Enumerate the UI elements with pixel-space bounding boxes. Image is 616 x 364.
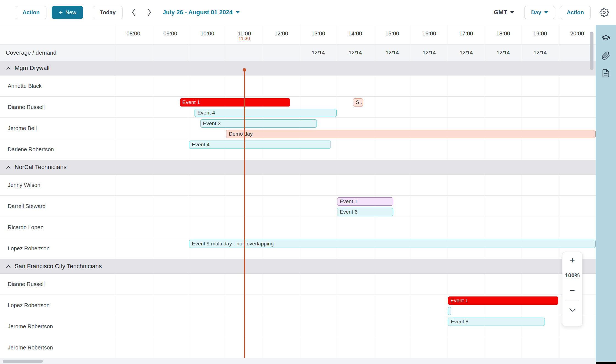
collapse-zoom-panel-button[interactable] [562,302,582,318]
resource-name: Dianne Russell [8,97,45,117]
gear-icon [600,8,609,17]
plus-icon: + [59,9,63,16]
new-event-button[interactable]: + New [52,6,83,19]
row-column-lines [115,217,596,238]
resource-row: Jerome Robertson [0,337,596,358]
action-button-left[interactable]: Action [16,6,46,19]
event-bar[interactable]: Event 3 [200,119,317,128]
scheduler-app: Action + New Today July 26 - August 01 2… [0,0,616,364]
row-column-lines [115,175,596,196]
graduation-cap-icon [601,33,611,43]
event-bar[interactable] [448,307,451,315]
event-bar[interactable]: Event 6 [337,208,393,216]
resource-name: Jenny Wilson [8,175,40,195]
resource-name: Jerome Robertson [8,316,53,337]
toolbar: Action + New Today July 26 - August 01 2… [0,0,616,25]
caret-down-icon [544,11,548,13]
timezone-label: GMT [494,9,507,16]
previous-arrow-button[interactable] [127,6,140,19]
horizontal-scrollbar-thumb[interactable] [3,360,43,363]
event-bar[interactable]: Event 1 [448,296,558,305]
resource-row: Darrell StewardEvent 1Event 6 [0,196,596,217]
coverage-value-cell: 12/14 [448,44,485,61]
resource-row: Darlene RobertsonEvent 4 [0,139,596,160]
group-name: San Francisco City Tenchnicians [15,263,102,270]
row-column-lines [115,337,596,358]
next-arrow-button[interactable] [143,6,156,19]
hour-label: 14:00 [337,30,374,37]
today-button[interactable]: Today [93,6,122,19]
row-column-lines [115,274,596,295]
coverage-value-cell: 12/14 [485,44,522,61]
resource-row: Lopez RobertsonEvent 9 multi day - non o… [0,238,596,259]
action-button-right[interactable]: Action [560,6,591,19]
new-button-label: New [65,9,76,16]
divider [565,301,579,301]
group-header-row[interactable]: San Francisco City Tenchnicians [0,259,596,274]
coverage-value-cell: 12/14 [522,44,559,61]
scheduler-grid: 08:0009:0010:0011:0012:0013:0014:0015:00… [0,25,596,364]
resource-row: Jerome RobertsonEvent 8 [0,316,596,337]
coverage-value-cell: 12/14 [300,44,337,61]
event-bar[interactable]: S... [353,98,363,107]
chevron-left-icon [131,9,136,16]
view-mode-button[interactable]: Day [524,6,555,19]
zoom-out-button[interactable]: − [562,282,582,298]
group-name: NorCal Technicians [15,164,66,171]
plus-icon: + [570,255,575,265]
hour-label: 08:00 [115,30,152,37]
timezone-selector[interactable]: GMT [494,9,514,16]
documents-rail-button[interactable] [600,67,612,80]
resource-name: Jerome Robertson [8,337,53,358]
chevron-up-icon [6,67,11,70]
event-bar[interactable]: Event 4 [195,109,336,117]
event-bar[interactable]: Demo day [226,130,596,138]
zoom-in-button[interactable]: + [562,252,582,268]
hour-label: 18:00 [485,30,522,37]
paperclip-icon [601,51,610,60]
group-header-row[interactable]: NorCal Technicians [0,160,596,175]
current-time-dot [243,68,246,72]
attachments-rail-button[interactable] [600,49,612,62]
event-bar[interactable]: Event 8 [448,318,545,326]
zoom-level: 100% [565,268,580,282]
event-bar[interactable]: Event 1 [337,197,393,206]
row-column-lines [115,139,596,160]
coverage-demand-label: Coverage / demand [6,44,56,61]
date-range-picker[interactable]: July 26 - August 01 2024 [163,9,240,16]
chevron-down-icon [568,308,576,312]
horizontal-scrollbar[interactable] [0,358,596,364]
group-name: Mgm Drywall [15,65,49,72]
hour-label: 16:00 [411,30,448,37]
event-bar[interactable]: Event 9 multi day - non overlapping [189,240,596,248]
resource-name: Jerome Bell [8,118,37,139]
coverage-demand-row: Coverage / demand12/1412/1412/1412/1412/… [0,44,596,61]
hour-label: 13:00 [300,30,337,37]
resource-row: Lopez RobertsonEvent 1 [0,295,596,316]
view-mode-label: Day [531,9,541,16]
current-time-label: 11:30 [231,36,258,41]
hour-label: 17:00 [448,30,485,37]
settings-button[interactable] [597,5,611,19]
hour-label: 10:00 [189,30,226,37]
resource-name: Annette Black [8,75,41,96]
chevron-right-icon [147,9,152,16]
group-header-row[interactable]: Mgm Drywall [0,61,596,75]
right-icon-rail [596,25,616,364]
event-bar[interactable]: Event 4 [189,141,331,149]
resource-name: Lopez Robertson [8,295,49,316]
resource-row: Annette Black [0,75,596,97]
hour-label: 15:00 [374,30,411,37]
resource-row: Jenny Wilson [0,175,596,196]
zoom-panel: + 100% − [562,252,582,326]
resource-row: Dianne RussellEvent 1S...Event 4 [0,97,596,118]
training-rail-button[interactable] [600,32,612,44]
coverage-value-cell: 12/14 [337,44,374,61]
timeline-header: 08:0009:0010:0011:0012:0013:0014:0015:00… [0,25,596,44]
resource-name: Ricardo Lopez [8,217,43,238]
chevron-up-icon [6,166,11,169]
vertical-scrollbar-thumb[interactable] [590,32,593,70]
resource-name: Lopez Robertson [8,238,49,259]
caret-down-icon [510,11,514,13]
event-bar[interactable]: Event 1 [180,98,290,107]
